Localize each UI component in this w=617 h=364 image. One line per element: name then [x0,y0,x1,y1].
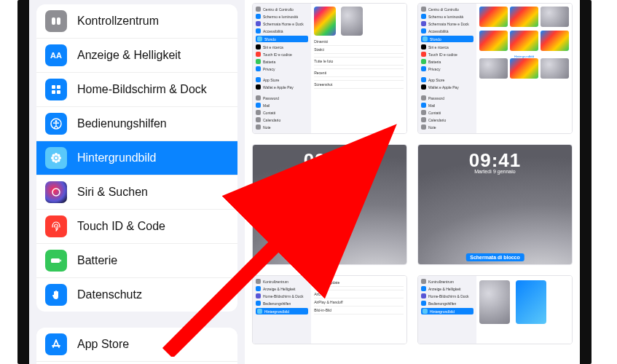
thumb-row-1: Centro di ControlloSchermo e luminositàS… [252,3,573,134]
sidebar-item-privacy[interactable]: Datenschutz [36,278,237,312]
siri-search-icon [45,181,67,203]
svg-point-17 [58,159,60,162]
svg-rect-3 [52,85,55,89]
thumb-row-3: KontrollzentrumAnzeige & HelligkeitHome-… [252,275,573,344]
sidebar-item-home-dock[interactable]: Home-Bildschirm & Dock [36,73,237,107]
sidebar-item-control-center[interactable]: Kontrollzentrum [36,4,237,39]
settings-sidebar: KontrollzentrumAAAnzeige & HelligkeitHom… [29,0,245,364]
svg-rect-1 [57,17,60,25]
sidebar-item-app-store[interactable]: App Store [36,328,237,362]
sidebar-item-label: Touch ID & Code [77,220,165,233]
svg-rect-4 [57,85,60,89]
svg-point-13 [58,157,61,159]
sidebar-item-display-brightness[interactable]: AAAnzeige & Helligkeit [36,39,237,73]
thumb-row-2: 09:41 Martedì 9 gennaio 09:41 Martedì 9 … [252,144,573,265]
thumb-lockscreen-preview-1[interactable]: 09:41 Martedì 9 gennaio [252,144,407,265]
svg-point-9 [55,157,58,159]
svg-point-8 [55,120,58,122]
svg-point-10 [55,153,58,156]
svg-point-12 [51,157,54,159]
svg-rect-19 [51,258,60,263]
svg-point-16 [52,159,55,162]
control-center-icon [45,10,67,32]
sidebar-item-label: Home-Bildschirm & Dock [77,83,207,96]
display-brightness-icon: AA [45,44,67,66]
lock-time: 09:41 [418,145,572,172]
svg-rect-6 [57,90,60,94]
thumb-settings-general[interactable]: KontrollzentrumAnzeige & HelligkeitHome-… [252,275,407,344]
sidebar-item-battery[interactable]: Batterie [36,244,237,278]
sidebar-item-touchid-code[interactable]: Touch ID & Code [36,210,237,244]
lock-date: Martedì 9 gennaio [253,169,406,174]
sidebar-item-accessibility[interactable]: Bedienungshilfen [36,107,237,141]
sidebar-item-label: Siri & Suchen [77,186,148,199]
svg-point-15 [58,154,60,157]
sidebar-item-label: Datenschutz [77,288,142,301]
touchid-code-icon [45,215,67,237]
battery-icon [45,250,67,272]
svg-rect-5 [52,90,55,94]
sidebar-group-1: KontrollzentrumAAAnzeige & HelligkeitHom… [36,4,237,312]
thumb-settings-wallpaper-picker[interactable]: Centro di ControlloSchermo e luminositàS… [252,3,407,134]
sidebar-item-label: Bedienungshilfen [77,117,167,130]
sidebar-item-label: Anzeige & Helligkeit [77,49,181,62]
app-store-icon [45,333,67,355]
svg-text:AA: AA [50,51,62,60]
sidebar-item-label: App Store [77,338,129,351]
thumb-wallpaper-preview[interactable]: KontrollzentrumAnzeige & HelligkeitHome-… [417,275,573,344]
privacy-icon [45,284,67,306]
lock-time: 09:41 [253,145,406,172]
sidebar-item-label: Hintergrundbild [77,151,157,165]
sidebar-group-2: App StoreWallet & Apple Pay [36,328,237,364]
lock-caption: Schermata di blocco [465,253,524,261]
sidebar-item-siri-search[interactable]: Siri & Suchen [36,175,237,210]
svg-point-18 [52,189,60,196]
thumb-settings-wallpaper-grid[interactable]: Centro di ControlloSchermo e luminositàS… [417,3,573,134]
svg-rect-0 [52,17,55,25]
thumb-lockscreen-preview-2[interactable]: 09:41 Martedì 9 gennaio Schermata di blo… [417,144,573,265]
svg-rect-20 [60,260,62,262]
home-dock-icon [45,79,67,100]
ipad-frame: KontrollzentrumAAAnzeige & HelligkeitHom… [17,0,592,364]
svg-point-11 [55,160,58,163]
accessibility-icon [45,113,67,135]
lock-date: Martedì 9 gennaio [418,169,572,174]
wallpaper-icon [45,147,67,169]
thumbnail-grid: Centro di ControlloSchermo e luminositàS… [245,0,580,364]
sidebar-item-label: Kontrollzentrum [77,15,159,28]
sidebar-item-wallpaper[interactable]: Hintergrundbild [36,141,237,175]
svg-point-14 [52,154,55,157]
sidebar-item-label: Batterie [77,254,117,267]
